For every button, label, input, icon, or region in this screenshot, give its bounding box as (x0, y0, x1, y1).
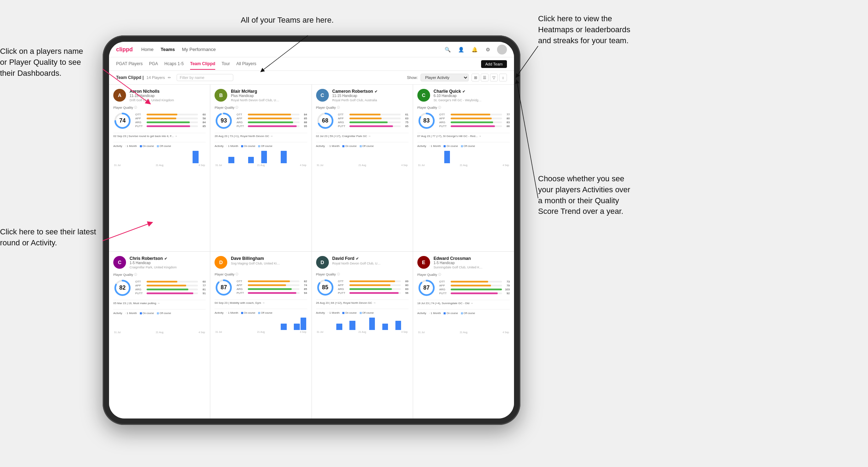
player-name-7[interactable]: Edward Crossman (434, 256, 510, 261)
chart-bars (316, 149, 409, 163)
legend-off-course: Off course (258, 145, 272, 147)
avatar[interactable] (497, 45, 507, 55)
quality-circle-6[interactable]: 85 (316, 278, 335, 297)
player-name-2[interactable]: Cameron Robertson ✔ (332, 89, 409, 94)
quality-circle-4[interactable]: 82 (113, 279, 132, 297)
profile-icon[interactable]: 👤 (457, 45, 465, 54)
annotation-right-top: Click here to view theHeatmaps or leader… (538, 13, 630, 46)
quality-content: 83 OTT 77 APP 80 ARG 83 PUTT (417, 112, 510, 130)
sub-nav-pgat[interactable]: PGAT Players (116, 58, 143, 70)
latest-round-4[interactable]: 05 Mar 23 | 19, Must make putting → (113, 300, 206, 306)
edit-icon[interactable]: ✏ (168, 75, 171, 80)
quality-number: 74 (119, 118, 126, 124)
quality-circle-7[interactable]: 87 (417, 279, 436, 297)
quality-circle-3[interactable]: 83 (417, 112, 436, 130)
nav-item-teams[interactable]: Teams (161, 45, 175, 53)
player-name-6[interactable]: David Ford ✔ (332, 256, 409, 261)
filter-icon[interactable]: ▽ (490, 74, 498, 81)
stat-bar-container (248, 288, 299, 290)
list-view-icon[interactable]: ☰ (481, 74, 489, 81)
legend-on-course: On course (140, 145, 154, 147)
stat-row: OTT 89 (338, 280, 409, 283)
chart-bars (417, 316, 510, 330)
quality-section: Player Quality ⓘ 68 OTT 61 APP (316, 106, 409, 130)
stat-bar-container (451, 114, 502, 115)
stat-row: OTT 84 (236, 113, 307, 116)
activity-period[interactable]: · 1 Month (125, 144, 137, 148)
latest-round-3[interactable]: 07 Aug 23 | 77 (+7), St George's Hill GC… (417, 133, 510, 139)
player-club: Sunningdale Golf Club, United Kingdom (434, 266, 483, 269)
activity-period[interactable]: · 1 Month (429, 312, 441, 315)
stat-name: ARG (338, 287, 348, 291)
player-handicap: 6-10 Handicap (434, 94, 510, 98)
latest-round-6[interactable]: 26 Aug 23 | 84 (+12), Royal North Devon … (316, 300, 409, 306)
latest-round-1[interactable]: 26 Aug 23 | 73 (+1), Royal North Devon G… (215, 133, 307, 139)
nav-logo[interactable]: clippd (116, 46, 133, 53)
activity-period[interactable]: · 1 Month (429, 144, 441, 148)
chart-label: 31 Jul (215, 331, 222, 333)
stat-row: ARG 81 (135, 288, 206, 291)
activity-period[interactable]: · 1 Month (328, 144, 339, 148)
sub-nav-items: PGAT Players PGA Hcaps 1-5 Team Clippd T… (116, 58, 481, 70)
search-box[interactable]: Filter by name (177, 74, 233, 81)
off-course-dot (258, 312, 260, 314)
player-name-0[interactable]: Aaron Nicholls (130, 89, 206, 94)
latest-round-5[interactable]: 04 Sep 23 | Mobility with coach, Gym → (215, 300, 307, 306)
activity-period[interactable]: · 1 Month (328, 311, 339, 314)
grid-view-icon[interactable]: ⊞ (472, 74, 479, 81)
stat-name: ARG (338, 121, 348, 124)
quality-circle-5[interactable]: 87 (215, 278, 233, 297)
stat-name: ARG (135, 288, 145, 291)
nav-item-home[interactable]: Home (141, 45, 154, 53)
stat-value: 92 (503, 292, 510, 295)
sub-nav-hcaps[interactable]: Hcaps 1-5 (164, 58, 184, 70)
activity-period[interactable]: · 1 Month (125, 312, 137, 315)
latest-round-text: 02 Sep 23 | Sunrise round to get back in… (113, 135, 177, 138)
stat-bar (451, 118, 492, 119)
player-name-5[interactable]: Dave Billingham (231, 256, 307, 261)
player-card-6: D David Ford ✔ Royal North Devon Golf Cl… (312, 252, 413, 418)
player-name-4[interactable]: Chris Robertson ✔ (130, 256, 206, 261)
off-course-dot (461, 145, 463, 147)
stat-row: APP 77 (135, 284, 206, 287)
sub-nav-all[interactable]: All Players (236, 58, 256, 70)
latest-round-text: 18 Jul 23 | 74 (+4), Sunningdale GC - Ol… (417, 302, 473, 305)
activity-period[interactable]: · 1 Month (227, 144, 238, 148)
search-icon[interactable]: 🔍 (443, 45, 452, 54)
bell-icon[interactable]: 🔔 (470, 45, 479, 54)
player-name-1[interactable]: Blair McHarg (231, 89, 307, 94)
sub-nav-team[interactable]: Team Clippd (190, 58, 215, 70)
latest-round-2[interactable]: 02 Jul 23 | 59 (+17), Craigmillar Park G… (316, 133, 409, 139)
player-info: David Ford ✔ Royal North Devon Golf Club… (332, 256, 409, 265)
activity-period[interactable]: · 1 Month (227, 311, 238, 314)
quality-circle-1[interactable]: 93 (215, 112, 233, 130)
player-name-3[interactable]: Charlie Quick ✔ (434, 89, 510, 94)
player-info: Chris Robertson ✔ 1-5 Handicap Craigmill… (130, 256, 206, 269)
stat-row: ARG 88 (236, 121, 307, 124)
quality-circle-0[interactable]: 74 (113, 112, 132, 130)
stat-value: 80 (402, 284, 409, 287)
show-select[interactable]: Player Activity Quality Score Trend (421, 74, 469, 81)
settings-icon[interactable]: ⚙ (484, 45, 492, 54)
stat-bar-container (147, 285, 198, 286)
quality-circle-2[interactable]: 68 (316, 112, 335, 130)
sub-nav-tour[interactable]: Tour (222, 58, 230, 70)
chart-label: 31 Jul (114, 164, 121, 166)
latest-round-0[interactable]: 02 Sep 23 | Sunrise round to get back in… (113, 133, 206, 139)
sort-icon[interactable]: ↕ (499, 74, 507, 81)
sub-nav-pga[interactable]: PGA (149, 58, 158, 70)
off-course-label: Off course (464, 145, 475, 147)
player-card-7: E Edward Crossman 1-5 Handicap Sunningda… (413, 252, 514, 418)
stat-bar-container (248, 121, 299, 123)
quality-label: Player Quality ⓘ (215, 106, 307, 109)
chart-label: 4 Sep (300, 164, 306, 166)
latest-round-7[interactable]: 18 Jul 23 | 74 (+4), Sunningdale GC - Ol… (417, 300, 510, 306)
stat-value: 61 (402, 113, 409, 116)
add-team-button[interactable]: Add Team (481, 60, 507, 68)
stat-row: PUTT 92 (439, 292, 510, 295)
player-handicap: 11-15 Handicap (332, 94, 409, 98)
nav-item-performance[interactable]: My Performance (182, 45, 216, 53)
player-avatar-3: C (417, 89, 430, 102)
player-club: Sog Maging Golf Club, United Kingdom (231, 262, 280, 265)
stat-name: ARG (439, 288, 449, 291)
